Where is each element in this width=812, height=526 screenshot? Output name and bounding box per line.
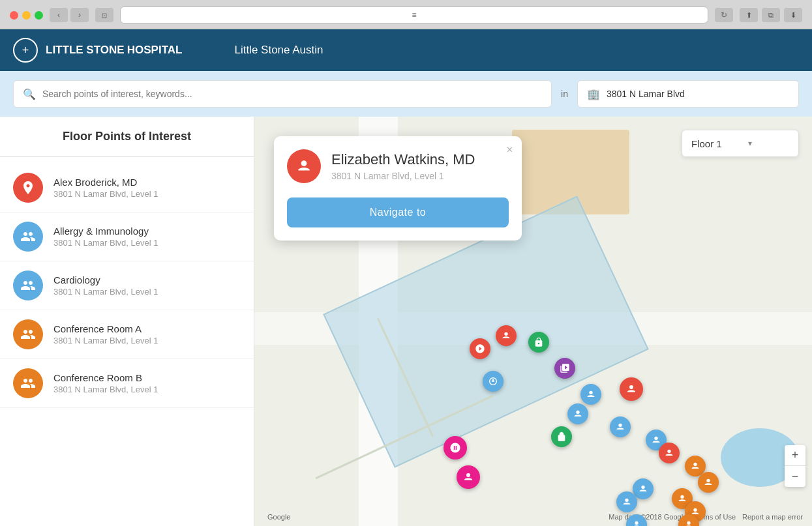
poi-icon-conf-b	[13, 368, 43, 398]
download-button[interactable]: ⬇	[784, 8, 802, 22]
svg-point-10	[625, 499, 628, 502]
poi-icon-cardiology	[13, 270, 43, 300]
marker-blue-1[interactable]	[580, 384, 601, 405]
zoom-out-button[interactable]: −	[785, 466, 805, 487]
popup-name: Elizabeth Watkins, MD	[331, 151, 475, 168]
poi-name-cardiology: Cardiology	[53, 274, 158, 285]
report-link[interactable]: Report a map error	[742, 513, 803, 521]
popup-close-button[interactable]: ×	[507, 144, 513, 156]
poi-item-conf-b[interactable]: Conference Room B 3801 N Lamar Blvd, Lev…	[0, 359, 254, 408]
marker-orange-2[interactable]	[698, 472, 719, 493]
svg-point-3	[576, 411, 579, 414]
marker-red-large[interactable]	[620, 377, 643, 401]
poi-icon-conf-a	[13, 319, 43, 349]
poi-item-allergy[interactable]: Allergy & Immunology 3801 N Lamar Blvd, …	[0, 212, 254, 261]
marker-blue-6[interactable]	[616, 491, 637, 512]
popup-header: Elizabeth Watkins, MD 3801 N Lamar Blvd,…	[287, 149, 509, 183]
poi-info-conf-a: Conference Room A 3801 N Lamar Blvd, Lev…	[53, 323, 158, 345]
marker-green[interactable]	[528, 332, 549, 353]
popup-icon	[287, 149, 321, 183]
dot-red[interactable]	[10, 11, 18, 20]
svg-point-6	[667, 450, 670, 453]
browser-nav: ‹ ›	[50, 8, 89, 22]
map-area[interactable]: × Elizabeth Watkins, MD 3801 N Lamar Blv…	[254, 117, 812, 526]
poi-info-cardiology: Cardiology 3801 N Lamar Blvd, Level 1	[53, 274, 158, 297]
poi-item-alex[interactable]: Alex Broderick, MD 3801 N Lamar Blvd, Le…	[0, 164, 254, 212]
poi-info-allergy: Allergy & Immunology 3801 N Lamar Blvd, …	[53, 226, 158, 248]
svg-point-19	[301, 160, 307, 166]
dot-yellow[interactable]	[22, 11, 31, 20]
browser-chrome: ‹ › ⊡ ≡ ↻ ⬆ ⧉ ⬇	[0, 0, 812, 29]
search-bar: 🔍 in 🏢 3801 N Lamar Blvd	[0, 71, 812, 117]
poi-item-cardiology[interactable]: Cardiology 3801 N Lamar Blvd, Level 1	[0, 261, 254, 310]
marker-soccer[interactable]	[483, 371, 504, 392]
address-bar[interactable]: ≡	[120, 7, 708, 23]
popup-info: Elizabeth Watkins, MD 3801 N Lamar Blvd,…	[331, 151, 475, 181]
popup-address: 3801 N Lamar Blvd, Level 1	[331, 171, 475, 181]
address-bar-icon: ≡	[412, 10, 416, 20]
share-button[interactable]: ⬆	[740, 8, 758, 22]
marker-red-1[interactable]	[470, 338, 490, 359]
zoom-in-button[interactable]: +	[785, 445, 805, 466]
svg-point-14	[635, 521, 638, 525]
navigate-to-button[interactable]: Navigate to	[287, 197, 509, 227]
map-data-label: Map data ©2018 Google	[609, 513, 687, 521]
poi-address-allergy: 3801 N Lamar Blvd, Level 1	[53, 238, 158, 248]
poi-icon-alex	[13, 173, 43, 203]
poi-address-conf-b: 3801 N Lamar Blvd, Level 1	[53, 385, 158, 394]
sidebar: Floor Points of Interest Alex Broderick,…	[0, 117, 254, 526]
dot-green[interactable]	[35, 11, 43, 20]
floor-selector[interactable]: Floor 1 ▾	[682, 130, 799, 157]
marker-pink-1[interactable]	[444, 436, 467, 460]
marker-green-2[interactable]	[551, 426, 572, 447]
logo-area: + little stone HOSPITAL	[13, 38, 182, 63]
logo-text-light: little stone	[46, 44, 125, 56]
header: + little stone HOSPITAL Little Stone Aus…	[0, 29, 812, 71]
marker-purple[interactable]	[554, 358, 575, 379]
search-icon: 🔍	[23, 88, 36, 100]
browser-right: ⬆ ⧉ ⬇	[740, 8, 802, 22]
search-input[interactable]	[42, 89, 542, 99]
svg-point-8	[706, 479, 710, 482]
add-tab-button[interactable]: ⧉	[762, 8, 780, 22]
marker-blue-3[interactable]	[610, 416, 631, 437]
forward-button[interactable]: ›	[70, 8, 89, 22]
marker-blue-2[interactable]	[567, 403, 588, 424]
poi-name-conf-b: Conference Room B	[53, 372, 158, 383]
floor-value: Floor 1	[691, 138, 722, 149]
main-content: Floor Points of Interest Alex Broderick,…	[0, 117, 812, 526]
logo-text-bold: HOSPITAL	[127, 44, 183, 56]
poi-info-alex: Alex Broderick, MD 3801 N Lamar Blvd, Le…	[53, 177, 158, 199]
sidebar-header: Floor Points of Interest	[0, 117, 254, 157]
svg-point-4	[618, 424, 622, 427]
poi-address-conf-a: 3801 N Lamar Blvd, Level 1	[53, 336, 158, 345]
poi-address-cardiology: 3801 N Lamar Blvd, Level 1	[53, 287, 158, 297]
poi-item-conf-a[interactable]: Conference Room A 3801 N Lamar Blvd, Lev…	[0, 310, 254, 359]
marker-red-2[interactable]	[496, 325, 517, 346]
svg-point-5	[654, 437, 657, 440]
svg-point-0	[504, 332, 507, 336]
building-icon: 🏢	[587, 88, 600, 100]
svg-point-9	[641, 486, 644, 489]
reload-button[interactable]: ↻	[715, 8, 733, 22]
sidebar-title: Floor Points of Interest	[13, 130, 241, 143]
marker-red-3[interactable]	[659, 443, 680, 463]
logo-symbol: +	[22, 44, 29, 57]
google-label: Google	[267, 513, 290, 521]
map-footer-google: Google	[267, 513, 290, 521]
browser-dots	[10, 11, 43, 20]
location-box[interactable]: 🏢 3801 N Lamar Blvd	[577, 80, 799, 108]
poi-icon-allergy	[13, 222, 43, 252]
svg-point-1	[629, 385, 633, 389]
window-button[interactable]: ⊡	[95, 8, 113, 22]
header-location: Little Stone Austin	[234, 44, 323, 57]
location-value: 3801 N Lamar Blvd	[607, 89, 685, 99]
back-button[interactable]: ‹	[50, 8, 68, 22]
search-input-wrap[interactable]: 🔍	[13, 80, 552, 108]
svg-point-12	[693, 508, 697, 512]
poi-list: Alex Broderick, MD 3801 N Lamar Blvd, Le…	[0, 157, 254, 415]
poi-name-conf-a: Conference Room A	[53, 323, 158, 334]
marker-pink-2[interactable]	[457, 465, 480, 489]
svg-point-11	[680, 495, 684, 499]
poi-address-alex: 3801 N Lamar Blvd, Level 1	[53, 189, 158, 199]
